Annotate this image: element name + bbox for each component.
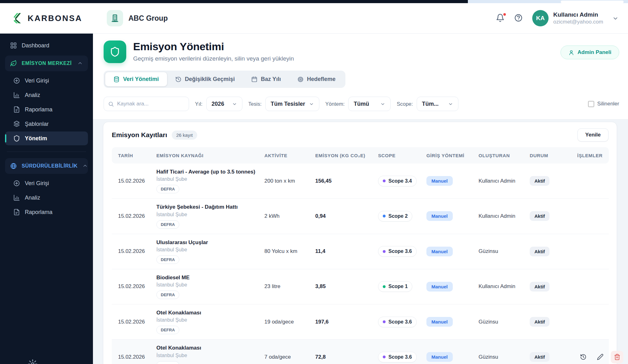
notification-dot (503, 13, 506, 16)
table-header-row: TARİHEMİSYON KAYNAĞIAKTİVİTEEMİSYON (KG … (112, 147, 609, 163)
search-box (104, 97, 189, 111)
pencil-icon (597, 354, 604, 360)
facility-value: Tüm Tesisler (271, 101, 305, 107)
scope-badge: Scope 3.6 (378, 246, 417, 257)
status-badge: Aktif (530, 317, 550, 327)
user-email: ozicmet@yahoo.com (553, 19, 603, 25)
tab-hedefleme[interactable]: Hedefleme (289, 72, 344, 86)
settings-gear-icon[interactable] (28, 359, 38, 364)
row-scope: Scope 3.6 (372, 352, 420, 362)
notifications-button[interactable] (496, 13, 505, 23)
scope-badge: Scope 2 (378, 211, 412, 222)
edit-button[interactable] (594, 351, 606, 363)
tab-baz-y-l[interactable]: Baz Yılı (243, 72, 289, 86)
sidebar-item-analiz[interactable]: Analiz (5, 88, 88, 102)
plus-circle-icon (13, 77, 20, 84)
search-input[interactable] (104, 97, 189, 111)
chevron-down-icon (232, 101, 237, 106)
delete-button[interactable] (611, 351, 623, 363)
restore-button[interactable] (577, 351, 589, 363)
scope-badge: Scope 3.4 (378, 176, 417, 186)
row-status: Aktif (523, 211, 571, 221)
scope-label: Scope 3.6 (388, 319, 412, 325)
sidebar-item-y-netim[interactable]: Yönetim (5, 131, 88, 145)
table-row[interactable]: 15.02.2026Otel Konaklamasıİstanbul ŞubeD… (112, 304, 609, 340)
scope-dot (383, 215, 386, 217)
page-header-section: Emisyon Yönetimi Geçmiş emisyon verileri… (93, 34, 628, 120)
row-method: Manuel (420, 352, 472, 362)
sidebar-item-dashboard[interactable]: Dashboard (5, 39, 88, 52)
table-row[interactable]: 15.02.2026Türkiye Şebekesi - Dağıtım Hat… (112, 199, 609, 234)
sidebar-item-veri-giri-i[interactable]: Veri Girişi (5, 74, 88, 88)
deleted-checkbox[interactable] (588, 101, 594, 107)
user-icon (568, 50, 574, 56)
admin-panel-button[interactable]: Admin Paneli (560, 46, 619, 59)
status-badge: Aktif (530, 176, 550, 186)
row-scope: Scope 3.4 (372, 176, 420, 186)
chevron-down-icon (448, 101, 453, 106)
row-date: 15.02.2026 (112, 283, 150, 290)
scope-badge: Scope 1 (378, 281, 412, 292)
table-row[interactable]: 15.02.2026Otel Konaklamasıİstanbul ŞubeD… (112, 340, 609, 364)
tab-label: Değişiklik Geçmişi (185, 76, 235, 83)
tab-veri-y-netimi[interactable]: Veri Yönetimi (105, 72, 167, 86)
calendar-icon (251, 76, 257, 83)
bar-chart-icon (13, 92, 20, 99)
scope-select[interactable]: Tüm... (417, 97, 458, 111)
help-button[interactable] (514, 13, 523, 23)
table-row[interactable]: 15.02.2026Hafif Ticari - Average (up to … (112, 163, 609, 199)
bar-chart-icon (13, 194, 20, 201)
admin-panel-label: Admin Paneli (577, 49, 611, 56)
source-name: Uluslararası Uçuşlar (156, 239, 258, 246)
sidebar-section-s-rd-r-lebi-li-rli-k[interactable]: SÜRDÜRÜLEBİLİRLİK (5, 158, 88, 174)
sidebar-section-emi-syon-merkezi[interactable]: EMİSYON MERKEZİ (5, 56, 88, 71)
status-badge: Aktif (530, 247, 550, 256)
main-content: Emisyon Yönetimi Geçmiş emisyon verileri… (93, 34, 628, 364)
year-select[interactable]: 2026 (206, 97, 242, 111)
column-header-i-lemler: İŞLEMLER (571, 153, 609, 158)
user-menu[interactable]: KA Kullanıcı Admin ozicmet@yahoo.com (532, 10, 619, 26)
top-edge-dark-segment (0, 0, 468, 3)
method-select[interactable]: Tümü (348, 97, 391, 111)
row-source: Türkiye Şebekesi - Dağıtım Hattıİstanbul… (150, 204, 258, 228)
method-value: Tümü (354, 101, 369, 107)
row-emission: 156,45 (309, 178, 372, 184)
status-badge: Aktif (530, 211, 550, 221)
column-header-tari-h: TARİH (112, 153, 150, 158)
sidebar-item-label: Analiz (25, 195, 40, 201)
file-icon (13, 209, 20, 216)
sidebar-item-raporlama[interactable]: Raporlama (5, 103, 88, 116)
column-header-emi-syon-kg-co-e: EMİSYON (KG CO₂E) (309, 153, 372, 158)
scope-value: Tüm... (422, 101, 439, 107)
method-label: Yöntem: (325, 101, 344, 107)
sidebar-item-veri-giri-i[interactable]: Veri Girişi (5, 176, 88, 190)
tab-label: Veri Yönetimi (123, 76, 159, 83)
search-icon (108, 101, 114, 107)
facility-select[interactable]: Tüm Tesisler (265, 97, 319, 111)
sidebar-item-ablonlar[interactable]: Şablonlar (5, 117, 88, 131)
source-name: Türkiye Şebekesi - Dağıtım Hattı (156, 204, 258, 210)
row-creator: Güzinsu (472, 354, 523, 360)
row-emission: 11,4 (309, 248, 372, 254)
table-row[interactable]: 15.02.2026Biodiesel MEİstanbul ŞubeDEFRA… (112, 269, 609, 304)
table-row[interactable]: 15.02.2026Uluslararası Uçuşlarİstanbul Ş… (112, 234, 609, 269)
tab-de-i-iklik-ge-mi-i[interactable]: Değişiklik Geçmişi (167, 72, 243, 86)
sidebar-item-label: Şablonlar (25, 121, 49, 127)
refresh-button[interactable]: Yenile (577, 128, 609, 142)
sidebar-item-raporlama[interactable]: Raporlama (5, 205, 88, 219)
column-header-scope: SCOPE (372, 153, 420, 158)
logo: KARBONSA (0, 3, 93, 34)
row-date: 15.02.2026 (112, 213, 150, 219)
row-date: 15.02.2026 (112, 319, 150, 325)
page-title: Emisyon Yönetimi (133, 40, 294, 53)
plus-circle-icon (13, 180, 20, 187)
records-card: Emisyon Kayıtları 26 kayıt Yenile TARİHE… (103, 122, 617, 364)
factor-badge: DEFRA (156, 326, 179, 334)
scope-dot (383, 356, 386, 358)
row-scope: Scope 2 (372, 211, 420, 222)
source-name: Biodiesel ME (156, 274, 258, 281)
row-method: Manuel (420, 211, 472, 221)
row-method: Manuel (420, 317, 472, 327)
sidebar-item-analiz[interactable]: Analiz (5, 191, 88, 205)
shield-icon (104, 40, 126, 63)
